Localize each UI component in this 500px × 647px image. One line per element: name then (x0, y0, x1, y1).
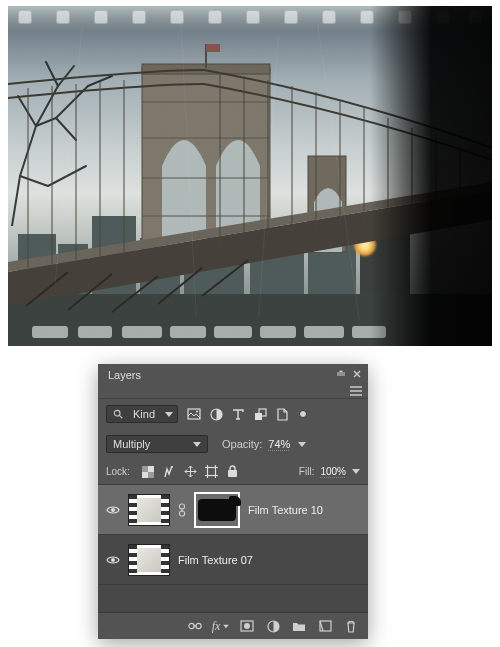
layers-list: Film Texture 10 Film Texture 07 (98, 484, 368, 612)
search-icon (113, 409, 123, 419)
lock-all-icon[interactable] (226, 465, 239, 478)
svg-rect-41 (148, 472, 154, 478)
layer-name[interactable]: Film Texture 10 (248, 504, 323, 516)
lock-position-icon[interactable] (184, 465, 197, 478)
preview-image (8, 6, 492, 346)
layers-panel: Layers Kind Multiply Opacity: (98, 364, 368, 639)
svg-line-33 (120, 416, 123, 419)
svg-point-44 (111, 508, 115, 512)
filter-toggle-icon[interactable] (299, 410, 307, 418)
layer-style-icon[interactable]: fx (214, 619, 228, 633)
layer-mask-thumbnail[interactable] (194, 492, 240, 528)
svg-rect-40 (142, 466, 148, 472)
layer-thumbnail[interactable] (128, 494, 170, 526)
layer-thumbnail[interactable] (128, 544, 170, 576)
filter-kind-label: Kind (133, 408, 155, 420)
svg-rect-42 (207, 468, 215, 476)
lock-row: Lock: Fill: 100% (98, 459, 368, 484)
filter-pixel-icon[interactable] (187, 407, 201, 421)
delete-layer-icon[interactable] (344, 619, 358, 633)
mask-link-icon[interactable] (178, 503, 186, 517)
layer-name[interactable]: Film Texture 07 (178, 554, 253, 566)
group-icon[interactable] (292, 619, 306, 633)
filter-type-icon[interactable] (231, 407, 245, 421)
layer-row[interactable]: Film Texture 07 (98, 534, 368, 584)
layer-mask-icon[interactable] (240, 619, 254, 633)
blend-mode-select[interactable]: Multiply (106, 435, 208, 453)
filter-row: Kind (98, 398, 368, 429)
fill-value[interactable]: 100% (320, 466, 346, 477)
svg-point-48 (111, 558, 115, 562)
filter-adjustment-icon[interactable] (209, 407, 223, 421)
visibility-toggle-icon[interactable] (106, 505, 120, 515)
opacity-label: Opacity: (222, 438, 262, 450)
visibility-toggle-icon[interactable] (106, 555, 120, 565)
chevron-down-icon (165, 412, 173, 417)
layers-empty-space (98, 584, 368, 612)
svg-point-35 (196, 411, 198, 413)
lock-label: Lock: (106, 466, 130, 477)
link-layers-icon[interactable] (188, 619, 202, 633)
collapse-icon[interactable] (336, 369, 346, 379)
blend-mode-value: Multiply (113, 438, 150, 450)
tab-layers[interactable]: Layers (98, 366, 151, 384)
new-layer-icon[interactable] (318, 619, 332, 633)
svg-rect-38 (255, 413, 262, 420)
chevron-down-icon[interactable] (352, 469, 360, 474)
lock-image-icon[interactable] (163, 465, 176, 478)
close-icon[interactable] (352, 369, 362, 379)
panel-footer: fx (98, 612, 368, 639)
chevron-down-icon[interactable] (298, 442, 306, 447)
chevron-down-icon (193, 442, 201, 447)
svg-point-53 (244, 623, 250, 629)
fill-label: Fill: (299, 466, 315, 477)
svg-rect-43 (228, 470, 237, 477)
layer-row[interactable]: Film Texture 10 (98, 484, 368, 534)
lock-artboard-icon[interactable] (205, 465, 218, 478)
filter-shape-icon[interactable] (253, 407, 267, 421)
adjustment-layer-icon[interactable] (266, 619, 280, 633)
panel-menu-icon[interactable] (350, 386, 362, 396)
svg-point-32 (114, 410, 120, 416)
opacity-value[interactable]: 74% (268, 438, 290, 450)
filter-smartobject-icon[interactable] (275, 407, 289, 421)
lock-transparent-icon[interactable] (142, 465, 155, 478)
filter-kind-select[interactable]: Kind (106, 405, 178, 423)
panel-tabbar: Layers (98, 364, 368, 384)
blend-row: Multiply Opacity: 74% (98, 429, 368, 459)
